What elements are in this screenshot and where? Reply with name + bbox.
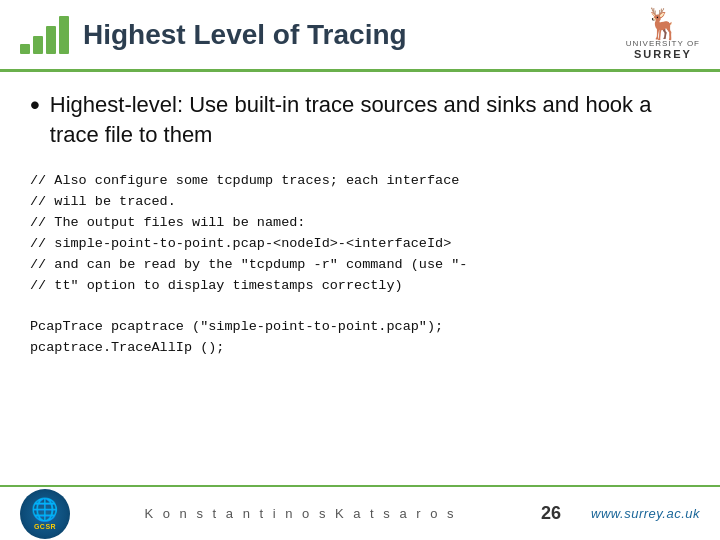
gcsr-label: GCSR	[34, 523, 56, 530]
globe-icon: 🌐	[31, 497, 59, 523]
bar-1	[20, 44, 30, 54]
bullet-text: Highest-level: Use built-in trace source…	[50, 90, 690, 149]
code-line-6: // tt" option to display timestamps corr…	[30, 276, 690, 297]
code-stmt-1: PcapTrace pcaptrace ("simple-point-to-po…	[30, 317, 690, 338]
bullet-section: • Highest-level: Use built-in trace sour…	[30, 90, 690, 149]
bullet-item: • Highest-level: Use built-in trace sour…	[30, 90, 690, 149]
slide-footer: 🌐 GCSR K o n s t a n t i n o s K a t s a…	[0, 485, 720, 540]
surrey-deer-icon: 🦌	[644, 9, 681, 39]
surrey-line1: UNIVERSITY OF	[626, 39, 700, 48]
code-comments: // Also configure some tcpdump traces; e…	[30, 171, 690, 297]
code-stmt-2: pcaptrace.TraceAllIp ();	[30, 338, 690, 359]
bullet-dot: •	[30, 90, 40, 121]
slide-header: Highest Level of Tracing 🦌 UNIVERSITY OF…	[0, 0, 720, 72]
presenter-name: K o n s t a n t i n o s K a t s a r o s	[90, 506, 511, 521]
page-number: 26	[541, 503, 561, 524]
bar-3	[46, 26, 56, 54]
slide-content: • Highest-level: Use built-in trace sour…	[0, 72, 720, 389]
code-line-4: // simple-point-to-point.pcap-<nodeId>-<…	[30, 234, 690, 255]
bar-4	[59, 16, 69, 54]
code-line-3: // The output files will be named:	[30, 213, 690, 234]
slide-title: Highest Level of Tracing	[83, 19, 626, 51]
bar-2	[33, 36, 43, 54]
gcsr-logo: 🌐 GCSR	[20, 489, 70, 539]
gcsr-inner: 🌐 GCSR	[31, 497, 59, 530]
logo-bars	[20, 16, 69, 54]
surrey-line2: SURREY	[634, 48, 692, 60]
surrey-logo: 🦌 UNIVERSITY OF SURREY	[626, 9, 700, 60]
code-line-1: // Also configure some tcpdump traces; e…	[30, 171, 690, 192]
code-line-5: // and can be read by the "tcpdump -r" c…	[30, 255, 690, 276]
code-line-2: // will be traced.	[30, 192, 690, 213]
code-statements: PcapTrace pcaptrace ("simple-point-to-po…	[30, 317, 690, 359]
website-url: www.surrey.ac.uk	[591, 506, 700, 521]
